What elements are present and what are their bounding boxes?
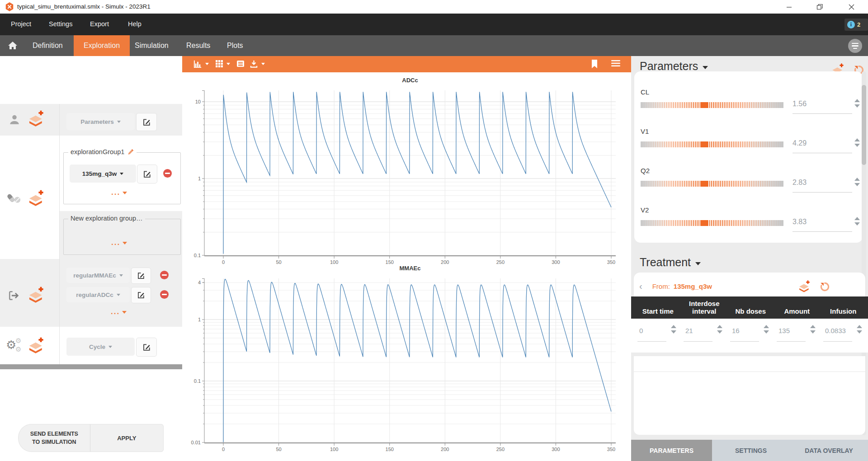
amount-input[interactable]: 135 (778, 327, 790, 334)
step-down-icon[interactable] (854, 144, 860, 147)
step-up-icon[interactable] (854, 99, 860, 102)
treatment-135mg-q3w-button[interactable]: 135mg_q3w (70, 165, 136, 183)
tab-results[interactable]: Results (186, 35, 210, 56)
slider-handle[interactable] (701, 181, 708, 187)
infusion-stepper[interactable] (857, 325, 862, 334)
step-down-icon[interactable] (854, 104, 860, 108)
plot-menu-icon[interactable] (611, 59, 621, 67)
nb-doses-stepper[interactable] (764, 325, 769, 334)
param-stepper-V1[interactable] (854, 138, 860, 147)
menu-help[interactable]: Help (128, 20, 142, 28)
new-group-more-dropdown[interactable]: ... (111, 238, 127, 247)
slider-handle[interactable] (701, 102, 708, 108)
param-value-V2[interactable]: 3.83 (793, 218, 807, 226)
infusion-input[interactable]: 0.0833 (825, 327, 846, 334)
send-elements-button[interactable]: SEND ELEMENTS TO SIMULATION (18, 424, 90, 452)
step-down-icon[interactable] (854, 183, 860, 186)
add-task-element-icon[interactable] (28, 337, 45, 354)
start-time-stepper[interactable] (671, 325, 676, 334)
step-up-icon[interactable] (854, 217, 860, 220)
slider-handle[interactable] (701, 141, 708, 147)
tab-simulation[interactable]: Simulation (135, 35, 169, 56)
output-regularMMAEc-button[interactable]: regularMMAEc (66, 268, 130, 283)
step-down-icon[interactable] (717, 330, 722, 334)
tab-parameters[interactable]: PARAMETERS (631, 440, 712, 461)
bookmark-icon[interactable] (590, 59, 599, 69)
export-plot-button[interactable] (249, 59, 265, 69)
comments-icon[interactable] (848, 39, 862, 53)
step-down-icon[interactable] (810, 330, 816, 334)
parameters-element-button[interactable]: Parameters (66, 113, 135, 130)
add-output-element-icon[interactable] (28, 287, 45, 304)
prev-treatment-chevron-icon[interactable]: ‹ (639, 282, 642, 291)
info-badge[interactable]: i 2 (844, 19, 868, 31)
step-up-icon[interactable] (671, 325, 676, 328)
remove-output1-button[interactable] (160, 271, 169, 279)
menu-settings[interactable]: Settings (49, 20, 72, 28)
layout-grid-button[interactable] (215, 59, 230, 68)
interdose-interval-input[interactable]: 21 (685, 327, 693, 334)
group1-more-dropdown[interactable]: ... (111, 188, 127, 197)
restore-button[interactable] (813, 2, 826, 12)
menu-project[interactable]: Project (11, 20, 31, 28)
outputs-more-dropdown[interactable]: ... (111, 307, 127, 316)
step-up-icon[interactable] (764, 325, 769, 328)
step-up-icon[interactable] (857, 325, 862, 328)
param-slider-V2[interactable] (641, 220, 783, 226)
treatment-section-header[interactable]: Treatment (640, 256, 701, 269)
add-individual-element-icon[interactable] (28, 110, 45, 127)
table-view-button[interactable] (236, 59, 245, 68)
tab-exploration[interactable]: Exploration (74, 35, 130, 56)
start-time-input[interactable]: 0 (639, 327, 643, 334)
tab-data-overlay[interactable]: DATA OVERLAY (790, 440, 868, 461)
step-up-icon[interactable] (854, 138, 860, 141)
tab-plots[interactable]: Plots (227, 35, 243, 56)
param-stepper-Q2[interactable] (854, 178, 860, 186)
param-value-V1[interactable]: 4.29 (793, 139, 807, 147)
amount-stepper[interactable] (810, 325, 816, 334)
apply-button[interactable]: APPLY (90, 424, 164, 452)
home-icon[interactable] (7, 40, 18, 51)
param-stepper-V2[interactable] (854, 217, 860, 226)
step-down-icon[interactable] (671, 330, 676, 334)
chart-type-button[interactable] (193, 59, 209, 69)
edit-output1-button[interactable] (131, 268, 151, 284)
add-treatment-row-icon[interactable] (798, 280, 811, 293)
treatment-from-value[interactable]: 135mg_q3w (674, 282, 712, 290)
tab-settings[interactable]: SETTINGS (712, 440, 790, 461)
param-slider-CL[interactable] (641, 102, 783, 108)
tab-definition[interactable]: Definition (33, 35, 63, 56)
menu-export[interactable]: Export (90, 20, 109, 28)
parameters-section-header[interactable]: Parameters (640, 60, 708, 73)
slider-handle[interactable] (701, 220, 708, 226)
edit-treatment-button[interactable] (137, 165, 157, 183)
interdose-stepper[interactable] (717, 325, 722, 334)
svg-text:0.1: 0.1 (194, 378, 201, 384)
step-down-icon[interactable] (857, 330, 862, 334)
step-up-icon[interactable] (717, 325, 722, 328)
remove-treatment-button[interactable] (163, 169, 172, 178)
step-up-icon[interactable] (854, 178, 860, 181)
close-button[interactable] (844, 2, 858, 12)
step-down-icon[interactable] (854, 222, 860, 226)
step-down-icon[interactable] (764, 330, 769, 334)
nb-doses-input[interactable]: 16 (732, 327, 740, 334)
rename-group-icon[interactable] (127, 148, 134, 155)
minimize-button[interactable] (782, 2, 796, 12)
param-slider-Q2[interactable] (641, 181, 783, 187)
param-value-CL[interactable]: 1.56 (793, 100, 807, 108)
param-value-Q2[interactable]: 2.83 (793, 179, 807, 187)
reset-treatment-icon[interactable] (819, 281, 830, 292)
output-regularADCc-button[interactable]: regularADCc (66, 287, 130, 302)
horizontal-scrollbar[interactable] (0, 364, 182, 369)
param-stepper-CL[interactable] (854, 99, 860, 108)
add-treatment-element-icon[interactable] (28, 190, 45, 207)
remove-output2-button[interactable] (160, 290, 169, 299)
edit-parameters-button[interactable] (136, 113, 157, 131)
vertical-scrollbar-thumb[interactable] (862, 85, 866, 165)
param-slider-V1[interactable] (641, 141, 783, 147)
edit-output2-button[interactable] (131, 287, 151, 303)
step-up-icon[interactable] (810, 325, 816, 328)
cycle-element-button[interactable]: Cycle (66, 338, 135, 356)
edit-cycle-button[interactable] (136, 338, 157, 357)
